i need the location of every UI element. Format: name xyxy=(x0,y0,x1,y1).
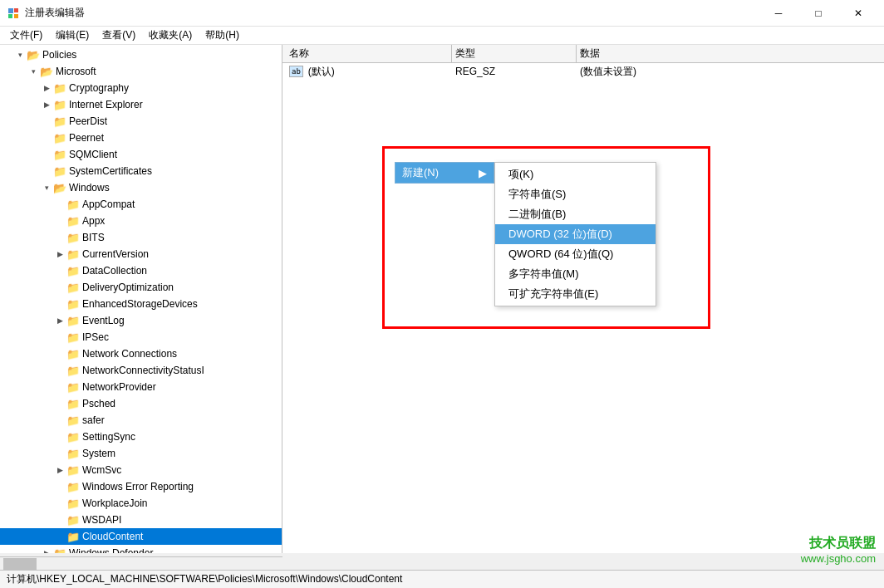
tree-item-workplacejoin[interactable]: ▶ 📁 WorkplaceJoin xyxy=(0,495,282,512)
menu-view[interactable]: 查看(V) xyxy=(96,27,142,44)
submenu-item-expandstring[interactable]: 可扩充字符串值(E) xyxy=(495,284,656,304)
folder-icon-cryptography: 📁 xyxy=(53,81,66,95)
tree-item-policies[interactable]: ▾ 📂 Policies xyxy=(0,47,282,63)
table-header: 名称 类型 数据 xyxy=(282,45,884,63)
expand-wcmsvc[interactable]: ▶ xyxy=(53,463,66,477)
new-submenu: 项(K) 字符串值(S) 二进制值(B) DWORD (32 位)值(D) QW… xyxy=(494,162,656,306)
folder-icon-safer: 📁 xyxy=(66,414,80,427)
tree-item-microsoft[interactable]: ▾ 📂 Microsoft xyxy=(0,63,282,80)
expand-currentversion[interactable]: ▶ xyxy=(53,247,66,261)
submenu-item-string[interactable]: 字符串值(S) xyxy=(495,184,656,204)
expand-microsoft[interactable]: ▾ xyxy=(27,65,40,78)
folder-icon-ipsec: 📁 xyxy=(66,331,80,344)
tree-item-systemcerts[interactable]: ▶ 📁 SystemCertificates xyxy=(0,163,282,179)
menu-bar: 文件(F) 编辑(E) 查看(V) 收藏夹(A) 帮助(H) xyxy=(0,27,884,45)
tree-item-windows-defender[interactable]: ▶ 📁 Windows Defender xyxy=(0,545,282,553)
minimize-button[interactable]: ─ xyxy=(759,0,798,27)
menu-file[interactable]: 文件(F) xyxy=(3,27,49,44)
tree-item-system[interactable]: ▶ 📁 System xyxy=(0,445,282,462)
col-type: 类型 xyxy=(452,45,577,62)
folder-icon-system: 📁 xyxy=(66,447,80,460)
submenu-item-dword[interactable]: DWORD (32 位)值(D) xyxy=(495,224,656,244)
tree-item-cloudcontent[interactable]: ▶ 📁 CloudContent xyxy=(0,528,282,545)
tree-item-deliveryopt[interactable]: ▶ 📁 DeliveryOptimization xyxy=(0,279,282,296)
new-button[interactable]: 新建(N) ▶ xyxy=(395,162,494,184)
expand-windows-defender[interactable]: ▶ xyxy=(40,546,53,553)
watermark: 技术员联盟 www.jsgho.com xyxy=(801,535,876,565)
expand-ie[interactable]: ▶ xyxy=(40,98,53,111)
folder-icon-networkprovider: 📁 xyxy=(66,380,80,394)
folder-icon-wer: 📁 xyxy=(66,480,80,493)
folder-icon-networkconn-status: 📁 xyxy=(66,364,80,377)
expand-windows[interactable]: ▾ xyxy=(40,181,53,194)
folder-icon-systemcerts: 📁 xyxy=(53,164,66,178)
folder-icon-windows-defender: 📁 xyxy=(53,546,66,553)
tree-item-bits[interactable]: ▶ 📁 BITS xyxy=(0,229,282,246)
tree-item-currentversion[interactable]: ▶ 📁 CurrentVersion xyxy=(0,246,282,262)
folder-icon-ie: 📁 xyxy=(53,98,66,111)
tree-item-eventlog[interactable]: ▶ 📁 EventLog xyxy=(0,312,282,329)
expand-cryptography[interactable]: ▶ xyxy=(40,81,53,95)
tree-item-internet-explorer[interactable]: ▶ 📁 Internet Explorer xyxy=(0,96,282,113)
context-menu-container: 新建(N) ▶ 项(K) 字符串值(S) 二进制值(B) DWORD (32 位… xyxy=(395,162,656,306)
tree-item-networkconn-status[interactable]: ▶ 📁 NetworkConnectivityStatusI xyxy=(0,362,282,379)
folder-icon-datacollection: 📁 xyxy=(66,264,80,277)
folder-icon-peernet: 📁 xyxy=(53,131,66,145)
registry-tree[interactable]: ▾ 📂 Policies ▾ 📂 Microsoft ▶ 📁 Cryptogra… xyxy=(0,45,282,553)
folder-icon-psched: 📁 xyxy=(66,397,80,410)
folder-icon-wsdapi: 📁 xyxy=(66,513,80,527)
menu-favorites[interactable]: 收藏夹(A) xyxy=(142,27,199,44)
horizontal-scrollbar[interactable] xyxy=(0,556,282,570)
tree-item-network-connections[interactable]: ▶ 📁 Network Connections xyxy=(0,345,282,362)
svg-rect-0 xyxy=(8,8,13,13)
h-scroll-thumb[interactable] xyxy=(3,558,37,570)
tree-item-peernet[interactable]: ▶ 📁 Peernet xyxy=(0,130,282,146)
close-button[interactable]: ✕ xyxy=(839,0,877,27)
menu-help[interactable]: 帮助(H) xyxy=(199,27,246,44)
folder-icon-bits: 📁 xyxy=(66,231,80,244)
reg-row-data-default: (数值未设置) xyxy=(577,65,881,79)
window-controls: ─ □ ✕ xyxy=(759,0,877,27)
tree-item-settingsync[interactable]: ▶ 📁 SettingSync xyxy=(0,429,282,445)
ab-icon: ab xyxy=(289,66,303,77)
folder-icon-microsoft: 📂 xyxy=(40,65,53,78)
folder-icon-appcompat: 📁 xyxy=(66,198,80,211)
tree-item-wsdapi[interactable]: ▶ 📁 WSDAPI xyxy=(0,512,282,528)
tree-item-psched[interactable]: ▶ 📁 Psched xyxy=(0,395,282,412)
app-icon xyxy=(7,7,20,20)
folder-icon-windows: 📂 xyxy=(53,181,66,194)
menu-edit[interactable]: 编辑(E) xyxy=(49,27,96,44)
tree-item-safer[interactable]: ▶ 📁 safer xyxy=(0,412,282,429)
title-bar: 注册表编辑器 ─ □ ✕ xyxy=(0,0,884,27)
folder-icon-wcmsvc: 📁 xyxy=(66,463,80,477)
maximize-button[interactable]: □ xyxy=(799,0,837,27)
reg-row-default[interactable]: ab (默认) REG_SZ (数值未设置) xyxy=(282,63,884,80)
tree-item-datacollection[interactable]: ▶ 📁 DataCollection xyxy=(0,262,282,279)
submenu-item-multistring[interactable]: 多字符串值(M) xyxy=(495,264,656,284)
tree-item-enhancedstorage[interactable]: ▶ 📁 EnhancedStorageDevices xyxy=(0,296,282,312)
tree-item-appx[interactable]: ▶ 📁 Appx xyxy=(0,213,282,229)
tree-item-wer[interactable]: ▶ 📁 Windows Error Reporting xyxy=(0,478,282,495)
expand-policies[interactable]: ▾ xyxy=(13,48,27,61)
expand-eventlog[interactable]: ▶ xyxy=(53,314,66,327)
tree-item-peerdist[interactable]: ▶ 📁 PeerDist xyxy=(0,113,282,130)
tree-item-cryptography[interactable]: ▶ 📁 Cryptography xyxy=(0,80,282,96)
tree-item-appcompat[interactable]: ▶ 📁 AppCompat xyxy=(0,196,282,213)
folder-icon-policies: 📂 xyxy=(27,48,40,61)
svg-rect-1 xyxy=(14,8,18,12)
folder-icon-cloudcontent: 📁 xyxy=(66,530,80,543)
watermark-line1: 技术员联盟 xyxy=(801,535,876,552)
submenu-item-key[interactable]: 项(K) xyxy=(495,164,656,184)
folder-icon-appx: 📁 xyxy=(66,214,80,228)
tree-item-ipsec[interactable]: ▶ 📁 IPSec xyxy=(0,329,282,345)
tree-item-sqmclient[interactable]: ▶ 📁 SQMClient xyxy=(0,146,282,163)
status-bar: 计算机\HKEY_LOCAL_MACHINE\SOFTWARE\Policies… xyxy=(0,570,884,588)
svg-rect-3 xyxy=(14,14,18,18)
submenu-item-qword[interactable]: QWORD (64 位)值(Q) xyxy=(495,244,656,264)
tree-item-windows[interactable]: ▾ 📂 Windows xyxy=(0,179,282,196)
folder-icon-workplacejoin: 📁 xyxy=(66,497,80,510)
tree-item-networkprovider[interactable]: ▶ 📁 NetworkProvider xyxy=(0,379,282,395)
tree-item-wcmsvc[interactable]: ▶ 📁 WcmSvc xyxy=(0,462,282,478)
watermark-line2: www.jsgho.com xyxy=(801,552,876,565)
submenu-item-binary[interactable]: 二进制值(B) xyxy=(495,204,656,224)
